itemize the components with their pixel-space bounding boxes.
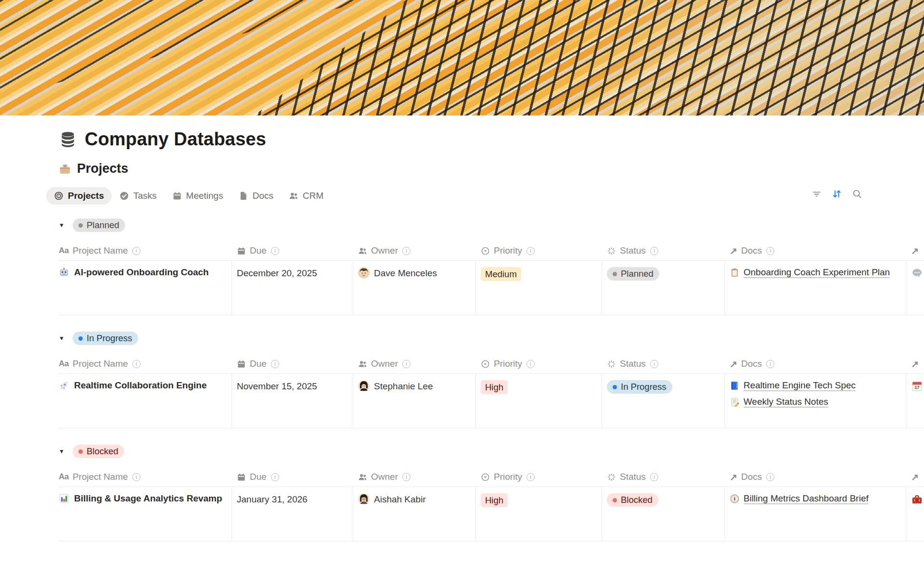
tab-label: Meetings [186,191,223,201]
cell-owner[interactable]: Aishah Kabir [353,487,476,541]
priority-tag: High [481,380,508,394]
collapse-toggle-icon[interactable]: ▼ [59,448,66,455]
cell-project-name[interactable]: Realtime Collaboration Engine [59,374,232,428]
doc-link[interactable]: Onboarding Coach Experiment Plan [730,267,890,278]
column-header-due[interactable]: Duei [232,241,353,261]
doc-link[interactable]: Weekly Status Notes [730,397,856,407]
column-header-status[interactable]: Statusi [602,241,725,261]
info-icon[interactable]: i [132,473,141,481]
group-status-badge[interactable]: Blocked [73,445,124,458]
column-header-due[interactable]: Duei [232,354,353,374]
column-header-owner[interactable]: Owneri [353,467,476,487]
cell-project-name[interactable]: AI-powered Onboarding Coach [59,261,232,315]
status-tag: Blocked [607,493,658,507]
tab-tasks[interactable]: Tasks [112,187,165,205]
info-icon[interactable]: i [271,473,279,481]
cell-owner[interactable]: Dave Menceles [353,261,476,315]
sort-icon[interactable] [832,189,842,199]
cell-status[interactable]: Planned [602,261,725,315]
cell-due[interactable]: January 31, 2026 [232,487,353,541]
column-header-extra[interactable]: ↗ [906,354,924,374]
info-icon[interactable]: i [766,473,774,481]
cell-priority[interactable]: Medium [476,261,602,315]
calendar-icon [172,191,182,201]
select-icon [481,246,490,256]
column-header-priority[interactable]: Priorityi [476,467,602,487]
people-icon [358,359,367,369]
database-icon [59,130,77,149]
tab-meetings[interactable]: Meetings [165,187,231,205]
group-status-badge[interactable]: Planned [73,218,125,232]
cell-project-name[interactable]: Billing & Usage Analytics Revamp [59,487,232,541]
tab-projects[interactable]: Projects [46,187,112,205]
info-icon[interactable]: i [526,360,535,368]
collapse-toggle-icon[interactable]: ▼ [59,335,66,342]
projects-table: AaProject Namei Duei Owneri Priorityi St… [59,467,924,541]
info-icon[interactable]: i [526,473,535,481]
cell-owner[interactable]: Stephanie Lee [353,374,476,428]
calendar-17-icon: 17 [911,380,923,392]
arrow-up-right-icon: ↗ [730,359,737,370]
column-header-docs[interactable]: ↗Docsi [725,354,906,374]
tab-label: Tasks [133,191,157,201]
avatar [358,493,370,505]
column-header-project-name[interactable]: AaProject Namei [59,241,232,261]
rocket-icon [59,380,69,391]
avatar [358,267,370,279]
cell-extra[interactable]: 17 [906,374,924,428]
owner-name: Dave Menceles [374,267,437,279]
blue-book-icon [730,381,740,391]
column-header-status[interactable]: Statusi [602,467,725,487]
column-header-extra[interactable]: ↗ [906,241,924,261]
memo-icon [730,397,740,407]
column-header-status[interactable]: Statusi [602,354,725,374]
tab-label: Docs [253,191,273,201]
status-dot [613,498,617,502]
cell-priority[interactable]: High [476,487,602,541]
info-icon[interactable]: i [766,247,774,255]
info-icon[interactable]: i [650,360,658,368]
info-icon[interactable]: i [132,360,141,368]
cell-docs: Realtime Engine Tech Spec Weekly Status … [725,374,906,428]
column-header-due[interactable]: Duei [232,467,353,487]
tab-crm[interactable]: CRM [281,187,331,205]
column-header-owner[interactable]: Owneri [353,354,476,374]
cell-extra[interactable] [906,487,924,541]
status-dot [613,272,617,276]
info-icon[interactable]: i [132,247,141,255]
column-header-project-name[interactable]: AaProject Namei [59,354,232,374]
info-icon[interactable]: i [271,360,279,368]
search-icon[interactable] [852,189,862,199]
cell-priority[interactable]: High [476,374,602,428]
column-header-docs[interactable]: ↗Docsi [725,241,906,261]
group-blocked: ▼ Blocked AaProject Namei Duei Owneri Pr… [59,445,924,541]
info-icon[interactable]: i [402,473,411,481]
info-icon[interactable]: i [402,360,411,368]
info-icon[interactable]: i [271,247,279,255]
column-header-project-name[interactable]: AaProject Namei [59,467,232,487]
collapse-toggle-icon[interactable]: ▼ [59,222,66,229]
doc-link[interactable]: Realtime Engine Tech Spec [730,380,856,391]
column-header-priority[interactable]: Priorityi [476,241,602,261]
document-icon [239,191,248,201]
calendar-icon [237,246,246,256]
group-status-badge[interactable]: In Progress [73,332,138,345]
column-header-docs[interactable]: ↗Docsi [725,467,906,487]
cell-due[interactable]: November 15, 2025 [232,374,353,428]
cell-status[interactable]: Blocked [602,487,725,541]
doc-link[interactable]: Billing Metrics Dashboard Brief [730,493,869,504]
arrow-up-right-icon: ↗ [730,472,737,483]
column-header-owner[interactable]: Owneri [353,241,476,261]
column-header-priority[interactable]: Priorityi [476,354,602,374]
cell-status[interactable]: In Progress [602,374,725,428]
info-icon[interactable]: i [402,247,411,255]
info-icon[interactable]: i [766,360,774,368]
filter-icon[interactable] [811,189,822,199]
info-icon[interactable]: i [526,247,535,255]
column-header-extra[interactable]: ↗ [906,467,924,487]
info-icon[interactable]: i [650,247,658,255]
cell-due[interactable]: December 20, 2025 [232,261,353,315]
tab-docs[interactable]: Docs [231,187,281,205]
info-icon[interactable]: i [650,473,658,481]
cell-extra[interactable] [906,261,924,315]
